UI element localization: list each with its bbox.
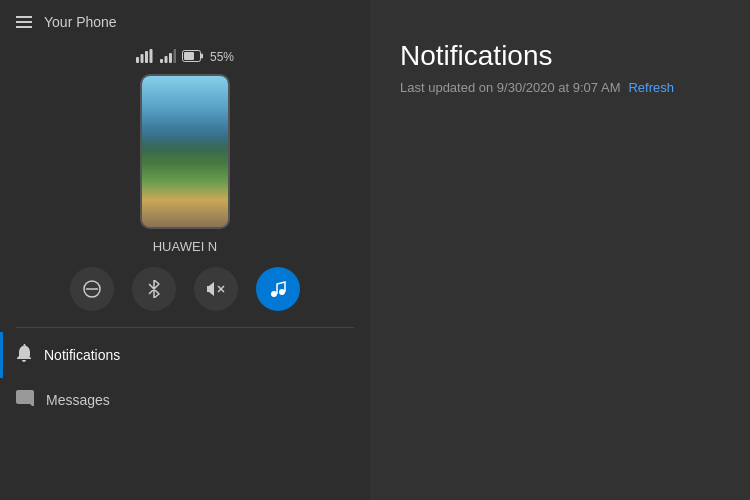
- last-updated-text: Last updated on 9/30/2020 at 9:07 AM: [400, 80, 620, 95]
- status-bar: 55%: [0, 44, 370, 74]
- phone-name-area: HUAWEI N Volume off: [0, 237, 370, 255]
- nav-item-notifications[interactable]: Notifications: [0, 332, 370, 378]
- volume-button[interactable]: [194, 267, 238, 311]
- phone-name: HUAWEI N: [153, 239, 218, 254]
- svg-point-16: [279, 289, 285, 295]
- svg-rect-10: [201, 54, 203, 59]
- hamburger-menu[interactable]: [16, 16, 32, 28]
- app-title: Your Phone: [44, 14, 117, 30]
- svg-rect-0: [136, 57, 139, 63]
- svg-rect-6: [169, 53, 172, 63]
- svg-rect-7: [173, 49, 176, 63]
- control-buttons: [0, 255, 370, 327]
- svg-rect-5: [164, 56, 167, 63]
- notifications-nav-label: Notifications: [44, 347, 120, 363]
- battery-icon: [182, 48, 204, 66]
- svg-rect-9: [184, 52, 194, 60]
- svg-point-15: [271, 291, 277, 297]
- left-panel: Your Phone: [0, 0, 370, 500]
- phone-container: [0, 74, 370, 237]
- svg-rect-1: [140, 54, 143, 63]
- nav-divider: [16, 327, 354, 328]
- messages-icon: [16, 390, 34, 410]
- svg-rect-4: [160, 59, 163, 63]
- header: Your Phone: [0, 0, 370, 44]
- messages-nav-label: Messages: [46, 392, 110, 408]
- signal-icon: [160, 49, 176, 66]
- notifications-heading: Notifications: [400, 40, 720, 72]
- notifications-icon: [16, 344, 32, 366]
- phone-screen: [142, 76, 228, 227]
- right-panel: Notifications Last updated on 9/30/2020 …: [370, 0, 750, 500]
- refresh-button[interactable]: Refresh: [628, 80, 674, 95]
- last-updated-bar: Last updated on 9/30/2020 at 9:07 AM Ref…: [400, 80, 720, 95]
- battery-percentage: 55%: [210, 50, 234, 64]
- nav-items: Notifications Messages: [0, 332, 370, 422]
- svg-rect-3: [149, 49, 152, 63]
- wifi-icon: [136, 49, 154, 66]
- music-button[interactable]: [256, 267, 300, 311]
- phone-frame: [140, 74, 230, 229]
- svg-rect-2: [145, 51, 148, 63]
- nav-item-messages[interactable]: Messages: [0, 378, 370, 422]
- do-not-disturb-button[interactable]: [70, 267, 114, 311]
- bluetooth-button[interactable]: [132, 267, 176, 311]
